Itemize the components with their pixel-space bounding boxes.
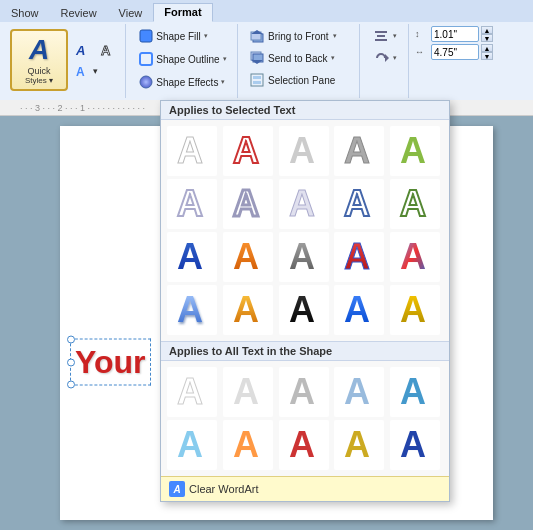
svg-rect-16 xyxy=(377,35,385,37)
align-icon xyxy=(373,28,389,44)
wordart-style-10[interactable]: A xyxy=(390,179,440,229)
wordart-style-4[interactable]: A xyxy=(334,126,384,176)
wordart-style-3[interactable]: A xyxy=(279,126,329,176)
wordart-style-19[interactable]: A xyxy=(334,285,384,335)
shape-fill-button[interactable]: Shape Fill ▾ xyxy=(134,26,211,46)
svg-text:A: A xyxy=(177,372,203,412)
clear-wordart-button[interactable]: A Clear WordArt xyxy=(161,476,449,501)
tab-format[interactable]: Format xyxy=(153,3,212,22)
text-outline-button[interactable]: A xyxy=(95,40,119,60)
height-icon: ↕ xyxy=(415,29,429,39)
width-down-button[interactable]: ▼ xyxy=(481,52,493,60)
wordart-style-11[interactable]: A xyxy=(167,232,217,282)
text-outline-icon: A xyxy=(99,42,115,58)
tab-review[interactable]: Review xyxy=(50,4,108,22)
slide-text-your: Your xyxy=(75,344,146,380)
wordart-style-2[interactable]: A xyxy=(223,126,273,176)
wordart-grid-2: A A A A A A A A A A xyxy=(161,361,449,476)
wordart-style-30[interactable]: A xyxy=(390,420,440,470)
wordart-style-5[interactable]: A xyxy=(390,126,440,176)
tab-bar: Show Review View Format xyxy=(0,0,533,22)
rotate-dropdown: ▾ xyxy=(393,54,397,62)
svg-text:A: A xyxy=(233,425,259,465)
svg-text:A: A xyxy=(289,290,315,330)
rotate-button[interactable]: ▾ xyxy=(368,48,402,68)
wordart-style-28[interactable]: A xyxy=(279,420,329,470)
align-group: ▾ ▾ xyxy=(362,24,409,98)
svg-text:A: A xyxy=(400,131,426,171)
svg-text:A: A xyxy=(233,237,259,277)
wordart-style-24[interactable]: A xyxy=(334,367,384,417)
wordart-style-18[interactable]: A xyxy=(279,285,329,335)
svg-text:A: A xyxy=(76,65,85,78)
tab-view[interactable]: View xyxy=(108,4,154,22)
text-btn-row: A A xyxy=(70,40,119,60)
wordart-style-8[interactable]: A xyxy=(279,179,329,229)
send-to-back-button[interactable]: Send to Back ▾ xyxy=(244,48,355,68)
shape-effects-button[interactable]: Shape Effects ▾ xyxy=(134,72,229,92)
shape-outline-icon xyxy=(138,51,154,67)
selection-pane-button[interactable]: Selection Pane xyxy=(244,70,355,90)
bring-to-front-dropdown: ▾ xyxy=(333,32,337,40)
wordart-style-29[interactable]: A xyxy=(334,420,384,470)
wordart-style-21[interactable]: A xyxy=(167,367,217,417)
svg-text:A: A xyxy=(289,184,315,224)
shape-styles-group: Shape Fill ▾ Shape Outline ▾ Shape Effec… xyxy=(128,24,238,98)
svg-text:AA: AA xyxy=(177,290,203,330)
svg-rect-12 xyxy=(251,74,263,86)
ruler-markings: · · · 3 · · · 2 · · · 1 · · · · · · · · … xyxy=(20,103,145,113)
wordart-grid-1: A A A A A A A A A A A xyxy=(161,120,449,341)
align-button[interactable]: ▾ xyxy=(368,26,402,46)
svg-marker-18 xyxy=(385,54,389,62)
popup-section2-header: Applies to All Text in the Shape xyxy=(161,341,449,361)
wordart-style-25[interactable]: A xyxy=(390,367,440,417)
quick-styles-button[interactable]: A Quick Styles ▾ xyxy=(10,29,68,91)
svg-text:A: A xyxy=(233,131,259,171)
wordart-style-1[interactable]: A xyxy=(167,126,217,176)
width-up-button[interactable]: ▲ xyxy=(481,44,493,52)
handle-top-left[interactable] xyxy=(67,336,75,344)
height-input[interactable] xyxy=(431,26,479,42)
svg-text:A: A xyxy=(344,425,370,465)
svg-text:A: A xyxy=(344,184,370,224)
wordart-style-22[interactable]: A xyxy=(223,367,273,417)
selection-pane-label: Selection Pane xyxy=(268,75,335,86)
wordart-style-14[interactable]: A xyxy=(334,232,384,282)
wordart-style-16[interactable]: AA xyxy=(167,285,217,335)
wordart-style-9[interactable]: A xyxy=(334,179,384,229)
wordart-style-20[interactable]: A xyxy=(390,285,440,335)
handle-middle-left[interactable] xyxy=(67,358,75,366)
svg-text:A: A xyxy=(177,237,203,277)
wordart-style-15[interactable]: A xyxy=(390,232,440,282)
width-input[interactable] xyxy=(431,44,479,60)
bring-to-front-label: Bring to Front xyxy=(268,31,329,42)
svg-text:A: A xyxy=(177,425,203,465)
send-to-back-dropdown: ▾ xyxy=(331,54,335,62)
svg-text:A: A xyxy=(233,184,259,224)
shape-outline-button[interactable]: Shape Outline ▾ xyxy=(134,49,230,69)
wordart-style-26[interactable]: A xyxy=(167,420,217,470)
bring-to-front-button[interactable]: Bring to Front ▾ xyxy=(244,26,355,46)
height-up-button[interactable]: ▲ xyxy=(481,26,493,34)
text-fill-button[interactable]: A xyxy=(70,40,94,60)
handle-bottom-left[interactable] xyxy=(67,381,75,389)
shape-fill-dropdown: ▾ xyxy=(204,32,208,40)
text-effects-button[interactable]: A ▾ xyxy=(70,61,102,81)
wordart-style-13[interactable]: A xyxy=(279,232,329,282)
svg-text:A: A xyxy=(344,131,370,171)
wordart-style-6[interactable]: A xyxy=(167,179,217,229)
height-down-button[interactable]: ▼ xyxy=(481,34,493,42)
svg-text:A: A xyxy=(289,237,315,277)
wordart-style-27[interactable]: A xyxy=(223,420,273,470)
svg-text:A: A xyxy=(177,131,203,171)
selected-text-object[interactable]: Your xyxy=(70,339,151,386)
shape-fill-label: Shape Fill xyxy=(156,31,200,42)
send-to-back-icon xyxy=(249,50,265,66)
tab-show[interactable]: Show xyxy=(0,4,50,22)
quick-styles-group: A Quick Styles ▾ A A xyxy=(4,24,126,98)
wordart-style-23[interactable]: A xyxy=(279,367,329,417)
wordart-style-7[interactable]: A xyxy=(223,179,273,229)
wordart-style-12[interactable]: A xyxy=(223,232,273,282)
wordart-style-17[interactable]: A xyxy=(223,285,273,335)
clear-wordart-label: Clear WordArt xyxy=(189,483,258,495)
